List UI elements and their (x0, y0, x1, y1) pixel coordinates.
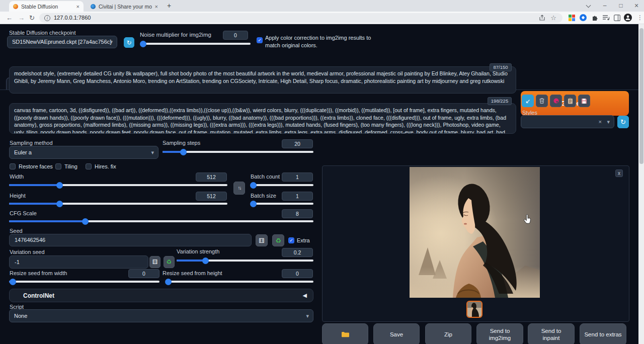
open-folder-button[interactable] (322, 323, 368, 344)
window-close-button[interactable]: × (631, 0, 641, 11)
random-seed-dice-button[interactable]: ⚅ (256, 234, 268, 246)
share-icon[interactable] (539, 15, 545, 21)
close-gallery-icon[interactable]: x (615, 169, 623, 177)
browser-tab-stable-diffusion[interactable]: Stable Diffusion × (9, 1, 84, 12)
swap-dimensions-button[interactable]: ↑↓ (233, 182, 245, 195)
checkpoint-dropdown[interactable]: SD15NewVAEpruned.ckpt [27a4ac756c] ▾ (7, 36, 117, 48)
reload-icon[interactable]: ↻ (29, 12, 35, 24)
hires-fix-checkbox[interactable] (86, 163, 92, 169)
variation-strength-label: Variation strength (177, 248, 219, 254)
clear-styles-icon[interactable]: × (599, 116, 602, 128)
forward-icon[interactable]: → (18, 12, 25, 24)
variation-recycle-button[interactable]: ♻ (164, 256, 175, 268)
restore-faces-checkbox[interactable] (10, 163, 16, 169)
window-maximize-button[interactable]: □ (616, 0, 626, 11)
sampling-steps-value[interactable]: 20 (282, 139, 313, 148)
extension-grid-icon[interactable] (569, 15, 575, 21)
extensions-puzzle-icon[interactable] (592, 15, 598, 21)
extension-blue-circle-icon[interactable] (580, 14, 587, 21)
resize-seed-width-slider[interactable] (9, 281, 159, 283)
seed-input[interactable]: 1476462546 (9, 234, 252, 246)
save-style-button[interactable] (578, 95, 590, 107)
batch-size-value[interactable]: 1 (282, 192, 313, 201)
apply-style-clipboard-button[interactable] (564, 95, 576, 107)
noise-multiplier-slider[interactable] (141, 43, 251, 45)
address-bar[interactable]: i 127.0.0.1:7860 ☆ (39, 13, 562, 23)
slider-handle[interactable] (180, 149, 187, 155)
batch-count-slider[interactable] (251, 184, 313, 186)
scrollbar-thumb[interactable] (639, 28, 643, 164)
site-info-icon[interactable]: i (44, 15, 50, 21)
resize-seed-height-slider[interactable] (166, 281, 313, 283)
styles-refresh-button[interactable]: ↻ (617, 116, 629, 128)
paste-params-button[interactable]: ↙ (522, 95, 534, 107)
checkpoint-refresh-button[interactable]: ↻ (124, 37, 134, 48)
generated-image[interactable] (410, 167, 540, 298)
tab-close-icon[interactable]: × (155, 4, 158, 10)
slider-handle[interactable] (250, 201, 257, 207)
zip-button[interactable]: Zip (425, 323, 471, 344)
batch-count-value[interactable]: 1 (282, 173, 313, 182)
sampling-method-dropdown[interactable]: Euler a ▾ (9, 146, 158, 159)
variation-strength-slider[interactable] (177, 260, 313, 262)
profile-avatar[interactable] (624, 14, 632, 22)
send-to-inpaint-button[interactable]: Send to inpaint (528, 323, 575, 344)
send-to-img2img-button[interactable]: Send to img2img (476, 323, 523, 344)
prompt-textarea[interactable]: modelshoot style, (extremely detailed CG… (9, 66, 516, 94)
script-dropdown[interactable]: None ▾ (9, 309, 313, 322)
tiling-checkbox[interactable] (55, 163, 61, 169)
style-palette-button[interactable] (550, 95, 562, 107)
browser-menu-icon[interactable]: ⋮ (637, 12, 643, 24)
url-text: 127.0.0.1:7860 (54, 13, 91, 23)
height-value[interactable]: 512 (196, 192, 227, 201)
width-label: Width (10, 174, 24, 180)
clear-prompt-button[interactable] (536, 95, 548, 107)
browser-tab-civitai[interactable]: Civitai | Share your models × (87, 1, 162, 12)
reuse-seed-recycle-button[interactable]: ♻ (272, 234, 284, 246)
side-panel-icon[interactable] (614, 15, 620, 21)
slider-handle[interactable] (10, 279, 16, 285)
controlnet-accordion[interactable]: ControlNet ◀ (9, 289, 313, 302)
width-slider[interactable] (9, 184, 227, 186)
slider-handle[interactable] (140, 41, 146, 47)
chevron-down-icon: ▾ (110, 36, 113, 48)
tab-close-icon[interactable]: × (76, 4, 79, 10)
variation-dice-button[interactable]: ⚅ (149, 256, 160, 268)
result-gallery[interactable]: x (322, 165, 629, 322)
height-label: Height (10, 193, 26, 199)
page-scrollbar[interactable] (638, 24, 644, 344)
new-tab-button[interactable]: + (167, 2, 171, 10)
sampling-method-value: Euler a (14, 149, 32, 155)
gallery-thumbnail[interactable] (466, 301, 482, 318)
extra-seed-checkbox[interactable]: ✓ (288, 237, 294, 243)
save-button[interactable]: Save (373, 323, 420, 344)
variation-strength-value[interactable]: 0.2 (282, 248, 313, 257)
cfg-scale-slider[interactable] (9, 220, 313, 222)
cfg-scale-value[interactable]: 8 (282, 209, 313, 218)
negative-prompt-textarea[interactable]: canvas frame, cartoon, 3d, ((disfigured)… (9, 103, 516, 134)
send-to-extras-button[interactable]: Send to extras (580, 323, 626, 344)
width-value[interactable]: 512 (196, 173, 227, 182)
back-icon[interactable]: ← (6, 12, 13, 24)
resize-seed-width-value[interactable]: 0 (128, 269, 159, 278)
media-list-icon[interactable] (603, 15, 610, 21)
slider-handle[interactable] (56, 182, 63, 189)
variation-seed-input[interactable]: -1 (9, 255, 148, 269)
slider-handle[interactable] (56, 201, 63, 207)
slider-handle[interactable] (202, 257, 209, 264)
styles-dropdown[interactable]: × ▾ (521, 115, 614, 128)
height-slider[interactable] (9, 203, 227, 205)
resize-seed-height-value[interactable]: 0 (282, 269, 313, 278)
color-correction-label: Apply color correction to img2img result… (265, 34, 377, 49)
slider-handle[interactable] (82, 218, 89, 225)
bookmark-star-icon[interactable]: ☆ (550, 13, 556, 23)
sampling-steps-label: Sampling steps (163, 140, 200, 146)
noise-multiplier-value[interactable]: 0 (223, 31, 248, 40)
color-correction-checkbox[interactable]: ✓ (257, 37, 263, 43)
window-chevron-icon[interactable] (586, 3, 591, 8)
batch-size-slider[interactable] (251, 203, 313, 205)
slider-handle[interactable] (165, 279, 172, 285)
window-minimize-button[interactable]: – (600, 0, 610, 11)
slider-handle[interactable] (250, 182, 257, 189)
sampling-steps-slider[interactable] (163, 151, 313, 153)
